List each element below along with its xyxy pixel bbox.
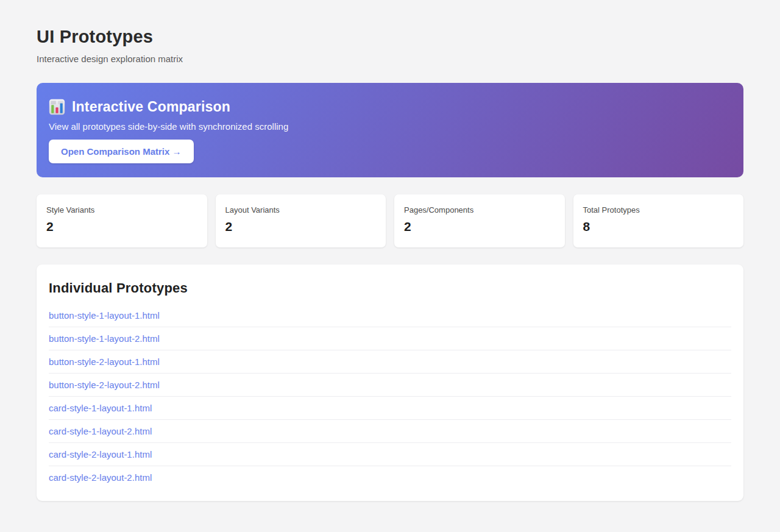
prototype-list: button-style-1-layout-1.html button-styl… — [49, 304, 731, 489]
list-item: card-style-2-layout-2.html — [49, 466, 731, 489]
stat-label: Pages/Components — [404, 205, 555, 215]
prototype-link[interactable]: button-style-2-layout-1.html — [49, 350, 731, 373]
stat-card-pages-components: Pages/Components 2 — [394, 194, 565, 247]
prototype-link[interactable]: button-style-2-layout-2.html — [49, 374, 731, 396]
interactive-comparison-banner: Interactive Comparison View all prototyp… — [37, 83, 743, 177]
list-item: card-style-2-layout-1.html — [49, 443, 731, 466]
stat-card-style-variants: Style Variants 2 — [37, 194, 207, 247]
individual-prototypes-heading: Individual Prototypes — [49, 280, 731, 296]
stat-label: Layout Variants — [225, 205, 377, 215]
list-item: button-style-2-layout-2.html — [49, 374, 731, 397]
list-item: card-style-1-layout-1.html — [49, 397, 731, 420]
stat-card-layout-variants: Layout Variants 2 — [216, 194, 386, 247]
list-item: button-style-2-layout-1.html — [49, 350, 731, 374]
stat-value: 2 — [225, 219, 377, 234]
list-item: button-style-1-layout-1.html — [49, 304, 731, 327]
prototype-link[interactable]: card-style-2-layout-2.html — [49, 466, 731, 489]
stat-card-total-prototypes: Total Prototypes 8 — [573, 194, 744, 247]
page-subtitle: Interactive design exploration matrix — [37, 54, 743, 64]
banner-header: Interactive Comparison — [49, 99, 731, 115]
banner-description: View all prototypes side-by-side with sy… — [49, 121, 731, 132]
prototype-link[interactable]: button-style-1-layout-2.html — [49, 327, 731, 350]
list-item: card-style-1-layout-2.html — [49, 420, 731, 443]
stat-value: 8 — [583, 219, 734, 234]
stat-value: 2 — [46, 219, 197, 234]
individual-prototypes-card: Individual Prototypes button-style-1-lay… — [37, 264, 743, 501]
page-container: UI Prototypes Interactive design explora… — [0, 0, 780, 525]
stat-value: 2 — [404, 219, 555, 234]
list-item: button-style-1-layout-2.html — [49, 327, 731, 350]
prototype-link[interactable]: card-style-1-layout-2.html — [49, 420, 731, 442]
prototype-link[interactable]: card-style-1-layout-1.html — [49, 397, 731, 419]
bar-chart-icon — [49, 99, 65, 115]
stat-label: Total Prototypes — [583, 205, 734, 215]
open-comparison-matrix-button[interactable]: Open Comparison Matrix → — [49, 140, 194, 163]
page-title: UI Prototypes — [37, 27, 743, 47]
banner-title: Interactive Comparison — [72, 99, 230, 115]
prototype-link[interactable]: button-style-1-layout-1.html — [49, 304, 731, 327]
stats-row: Style Variants 2 Layout Variants 2 Pages… — [37, 194, 743, 247]
stat-label: Style Variants — [46, 205, 197, 215]
prototype-link[interactable]: card-style-2-layout-1.html — [49, 443, 731, 466]
